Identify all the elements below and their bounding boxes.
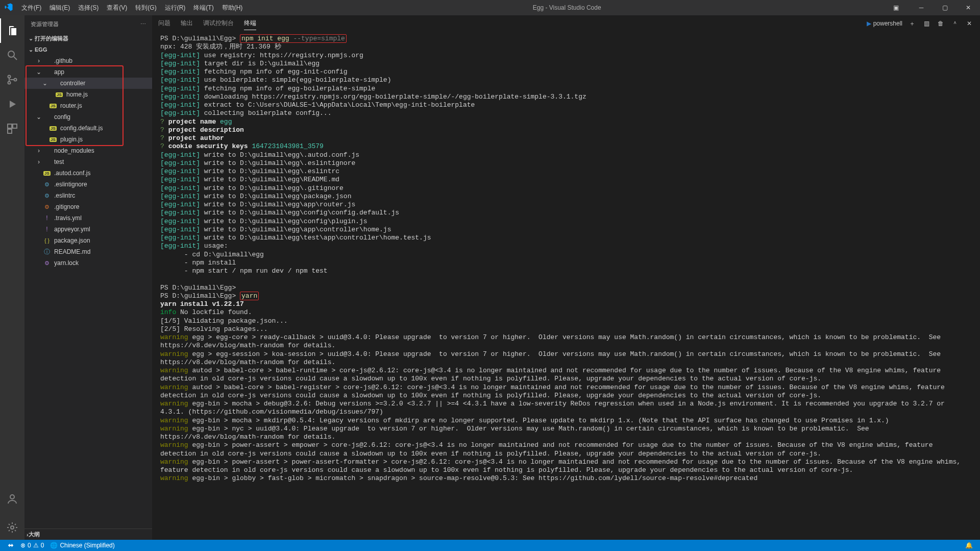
- new-terminal-icon[interactable]: ＋: [908, 19, 917, 28]
- activity-explorer[interactable]: [0, 18, 24, 43]
- file-README.md[interactable]: ⓘREADME.md: [24, 246, 152, 257]
- chevron-down-icon: ⌄: [27, 35, 35, 42]
- menu-运行(R)[interactable]: 运行(R): [161, 0, 190, 15]
- activity-run-debug[interactable]: [0, 92, 24, 116]
- menu-编辑(E)[interactable]: 编辑(E): [45, 0, 74, 15]
- file-home.js[interactable]: JShome.js: [24, 89, 152, 100]
- chevron-down-icon: ⌄: [35, 113, 43, 121]
- split-terminal-icon[interactable]: ▥: [922, 19, 931, 28]
- editor-area: 问题输出调试控制台终端 ▶ powershell ＋ ▥ 🗑 ＾ ✕ PS D:…: [152, 15, 980, 540]
- panel-tab-问题[interactable]: 问题: [158, 17, 170, 30]
- svg-point-8: [10, 495, 14, 499]
- tree-label: node_modules: [54, 147, 94, 154]
- js-icon: JS: [49, 104, 57, 108]
- close-panel-icon[interactable]: ✕: [965, 19, 974, 28]
- tree-label: router.js: [60, 102, 82, 109]
- panel-tab-终端[interactable]: 终端: [244, 17, 256, 30]
- config-icon: ⚙: [43, 204, 51, 210]
- maximize-button[interactable]: ▢: [933, 0, 957, 15]
- powershell-icon: ▶: [867, 20, 871, 27]
- svg-point-2: [8, 76, 11, 78]
- tree-label: controller: [60, 80, 85, 87]
- activity-accounts[interactable]: [0, 487, 24, 511]
- title-bar: 文件(F)编辑(E)选择(S)查看(V)转到(G)运行(R)终端(T)帮助(H)…: [0, 0, 980, 15]
- language-status[interactable]: 🌐Chinese (Simplified): [47, 542, 117, 549]
- svg-rect-5: [8, 124, 12, 128]
- tree-label: package.json: [54, 237, 90, 244]
- svg-point-3: [8, 82, 11, 84]
- open-editors-section[interactable]: ⌄ 打开的编辑器: [24, 33, 152, 44]
- terminal-kind-label: powershell: [873, 20, 902, 27]
- folder-app[interactable]: ⌄app: [24, 66, 152, 78]
- outline-section[interactable]: › 大纲: [24, 529, 152, 540]
- menu-选择(S)[interactable]: 选择(S): [74, 0, 103, 15]
- tree-label: .gitignore: [54, 203, 79, 210]
- js-icon: JS: [55, 92, 63, 97]
- explorer-header: 资源管理器 ⋯: [24, 15, 152, 33]
- file-.gitignore[interactable]: ⚙.gitignore: [24, 201, 152, 212]
- file-tree: ›.github⌄app⌄controllerJShome.jsJSrouter…: [24, 55, 152, 269]
- folder-test[interactable]: ›test: [24, 156, 152, 167]
- outline-title: 大纲: [29, 531, 40, 538]
- terminal-output[interactable]: PS D:\gulimall\Egg> npm init egg --type=…: [152, 32, 980, 540]
- panel-tab-调试控制台[interactable]: 调试控制台: [203, 17, 234, 30]
- folder-controller[interactable]: ⌄controller: [24, 78, 152, 89]
- menu-查看(V)[interactable]: 查看(V): [103, 0, 131, 15]
- json-icon: { }: [43, 238, 51, 244]
- info-icon: ⓘ: [43, 248, 51, 256]
- file-yarn.lock[interactable]: ⚙yarn.lock: [24, 257, 152, 269]
- tree-label: README.md: [54, 248, 90, 255]
- config-icon: ⚙: [43, 260, 51, 267]
- chevron-right-icon: ›: [35, 158, 43, 165]
- minimize-button[interactable]: ─: [910, 0, 933, 15]
- close-button[interactable]: ✕: [957, 0, 980, 15]
- file-plugin.js[interactable]: JSplugin.js: [24, 134, 152, 145]
- workspace-root-section[interactable]: ⌄ EGG: [24, 44, 152, 55]
- folder-node_modules[interactable]: ›node_modules: [24, 145, 152, 156]
- tree-label: config: [54, 113, 70, 121]
- chevron-down-icon: ⌄: [35, 68, 43, 76]
- folder-.github[interactable]: ›.github: [24, 55, 152, 66]
- chevron-right-icon: ›: [35, 57, 43, 64]
- problems-status[interactable]: ⊗0 ⚠0: [17, 542, 47, 549]
- maximize-panel-icon[interactable]: ＾: [950, 19, 960, 28]
- menu-文件(F)[interactable]: 文件(F): [17, 0, 45, 15]
- svg-rect-6: [13, 124, 17, 128]
- tree-label: .eslintrc: [54, 192, 75, 199]
- remote-indicator[interactable]: [4, 542, 17, 549]
- file-.autod.conf.js[interactable]: JS.autod.conf.js: [24, 167, 152, 179]
- terminal-kind-dropdown[interactable]: ▶ powershell: [867, 20, 902, 27]
- menu-终端(T)[interactable]: 终端(T): [189, 0, 217, 15]
- tree-label: .github: [54, 57, 72, 64]
- panel-tab-输出[interactable]: 输出: [181, 17, 193, 30]
- status-bar: ⊗0 ⚠0 🌐Chinese (Simplified) 🔔: [0, 540, 980, 551]
- file-.travis.yml[interactable]: !.travis.yml: [24, 212, 152, 224]
- layout-customize-icon[interactable]: ▣: [887, 0, 904, 15]
- explorer-title: 资源管理器: [31, 20, 59, 28]
- tree-label: .travis.yml: [54, 214, 82, 222]
- yaml-icon: !: [43, 226, 51, 233]
- kill-terminal-icon[interactable]: 🗑: [936, 19, 945, 28]
- file-.eslintignore[interactable]: ⚙.eslintignore: [24, 179, 152, 190]
- svg-point-0: [8, 51, 14, 57]
- menu-帮助(H)[interactable]: 帮助(H): [218, 0, 247, 15]
- activity-source-control[interactable]: [0, 67, 24, 92]
- activity-settings[interactable]: [0, 515, 24, 540]
- explorer-more[interactable]: ⋯: [140, 21, 146, 28]
- file-config.default.js[interactable]: JSconfig.default.js: [24, 123, 152, 134]
- yaml-icon: !: [43, 214, 51, 222]
- file-package.json[interactable]: { }package.json: [24, 235, 152, 246]
- chevron-down-icon: ⌄: [27, 46, 35, 53]
- tree-label: yarn.lock: [54, 259, 79, 267]
- notifications-icon[interactable]: 🔔: [962, 542, 976, 549]
- activity-extensions[interactable]: [0, 116, 24, 141]
- config-icon: ⚙: [43, 193, 51, 199]
- activity-search[interactable]: [0, 43, 24, 67]
- file-appveyor.yml[interactable]: !appveyor.yml: [24, 224, 152, 235]
- menu-转到(G)[interactable]: 转到(G): [131, 0, 160, 15]
- window-title: Egg - Visual Studio Code: [247, 4, 887, 11]
- file-router.js[interactable]: JSrouter.js: [24, 100, 152, 111]
- tree-label: .eslintignore: [54, 181, 87, 188]
- file-.eslintrc[interactable]: ⚙.eslintrc: [24, 190, 152, 201]
- folder-config[interactable]: ⌄config: [24, 111, 152, 123]
